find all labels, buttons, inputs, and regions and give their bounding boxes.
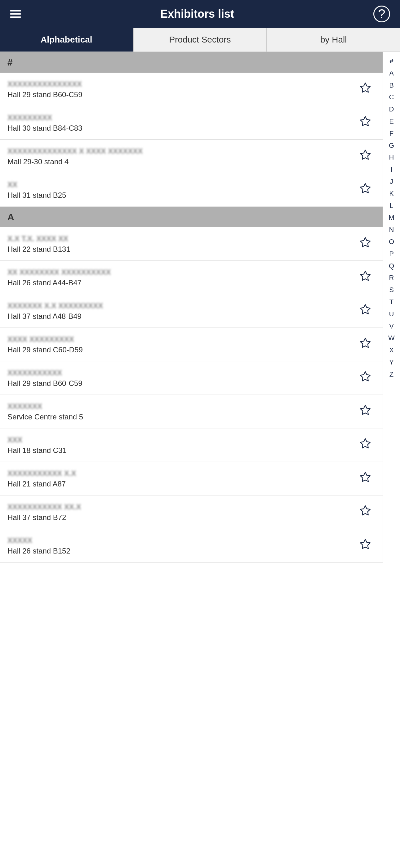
exhibitor-name: XX [7,180,351,189]
exhibitor-stand: Hall 31 stand B25 [7,191,351,199]
exhibitor-info: XXXXXXXService Centre stand 5 [7,402,351,421]
alpha-item-s[interactable]: S [389,284,394,296]
alpha-item-k[interactable]: K [389,188,394,200]
exhibitor-stand: Hall 18 stand C31 [7,446,351,455]
favorite-button[interactable] [355,113,375,133]
exhibitor-row[interactable]: XXXXXHall 26 stand B152 [0,529,382,562]
star-icon [358,270,373,284]
alpha-item-n[interactable]: N [389,224,394,236]
exhibitor-row[interactable]: XXXXXXXXXHall 30 stand B84-C83 [0,106,382,140]
exhibitor-stand: Hall 37 stand A48-B49 [7,312,351,321]
exhibitor-stand: Hall 29 stand C60-D59 [7,345,351,354]
exhibitor-row[interactable]: XXXXXXXXXXXXXX X XXXX XXXXXXXMall 29-30 … [0,140,382,173]
exhibitor-name: XXXXXXXXXXXXXX X XXXX XXXXXXX [7,147,351,156]
exhibitor-stand: Hall 29 stand B60-C59 [7,90,351,99]
exhibitor-row[interactable]: XXXXXXXXXXXHall 29 stand B60-C59 [0,361,382,395]
favorite-button[interactable] [355,234,375,254]
exhibitor-name: XXXXXXXXXXX X.X [7,469,351,478]
star-icon [358,437,373,452]
star-icon [358,115,373,130]
alpha-item-p[interactable]: P [389,248,394,260]
exhibitor-info: XXHall 31 stand B25 [7,180,351,199]
alpha-item-w[interactable]: W [388,332,395,344]
alpha-item-d[interactable]: D [389,103,394,116]
favorite-button[interactable] [355,435,375,456]
exhibitor-info: XXXXXXXXXHall 30 stand B84-C83 [7,113,351,132]
alpha-item-#[interactable]: # [390,55,393,67]
alpha-item-g[interactable]: G [389,140,394,152]
help-button[interactable]: ? [373,6,390,22]
exhibitor-name: XXXXXXXXXXXXXXX [7,80,351,89]
alpha-item-j[interactable]: J [390,176,393,188]
exhibitor-row[interactable]: XXXXXXXService Centre stand 5 [0,395,382,428]
exhibitor-row[interactable]: XXXX XXXXXXXXXHall 29 stand C60-D59 [0,328,382,361]
star-icon [358,182,373,197]
star-icon [358,538,373,553]
star-icon [358,337,373,351]
favorite-button[interactable] [355,401,375,422]
exhibitor-row[interactable]: XXXXXXX X.X XXXXXXXXXHall 37 stand A48-B… [0,294,382,328]
exhibitor-row[interactable]: XX XXXXXXXX XXXXXXXXXXHall 26 stand A44-… [0,261,382,294]
favorite-button[interactable] [355,368,375,389]
menu-button[interactable] [10,10,21,18]
favorite-button[interactable] [355,535,375,556]
tab-alphabetical[interactable]: Alphabetical [0,28,134,52]
exhibitor-stand: Mall 29-30 stand 4 [7,157,351,166]
exhibitor-row[interactable]: XXXXXXXXXXX X.XHall 21 stand A87 [0,462,382,495]
favorite-button[interactable] [355,79,375,100]
tab-product-sectors[interactable]: Product Sectors [134,28,267,52]
content-wrapper: #XXXXXXXXXXXXXXXHall 29 stand B60-C59 XX… [0,52,400,562]
favorite-button[interactable] [355,301,375,321]
alpha-item-x[interactable]: X [389,344,394,356]
star-icon [358,148,373,163]
alpha-item-u[interactable]: U [389,308,394,320]
exhibitor-stand: Hall 29 stand B60-C59 [7,379,351,388]
exhibitor-row[interactable]: XXXHall 18 stand C31 [0,428,382,462]
favorite-button[interactable] [355,267,375,288]
alpha-item-b[interactable]: B [389,80,394,92]
alpha-item-z[interactable]: Z [390,369,394,381]
exhibitor-info: XXXXXXX X.X XXXXXXXXXHall 37 stand A48-B… [7,302,351,321]
exhibitor-name: XXXXXXXXXXX XX.X [7,503,351,511]
alpha-item-v[interactable]: V [389,320,394,333]
exhibitor-row[interactable]: XXXXXXXXXXXXXXXHall 29 stand B60-C59 [0,73,382,106]
alphabet-sidebar: #ABCDEFGHIJKLMNOPQRSTUVWXYZ [382,52,400,562]
exhibitor-stand: Hall 21 stand A87 [7,479,351,488]
star-icon [358,504,373,519]
app-header: Exhibitors list ? [0,0,400,28]
page-title: Exhibitors list [21,7,373,21]
exhibitor-name: XX XXXXXXXX XXXXXXXXXX [7,268,351,277]
favorite-button[interactable] [355,146,375,167]
star-icon [358,404,373,418]
exhibitor-info: XXXXXHall 26 stand B152 [7,536,351,555]
exhibitor-row[interactable]: XXHall 31 stand B25 [0,173,382,207]
exhibitor-name: XXXXXXXXX [7,113,351,122]
alpha-item-f[interactable]: F [390,128,394,140]
favorite-button[interactable] [355,502,375,523]
section-header-a: A [0,207,382,227]
alpha-item-r[interactable]: R [389,272,394,284]
favorite-button[interactable] [355,468,375,489]
tab-by-hall[interactable]: by Hall [267,28,400,52]
alpha-item-q[interactable]: Q [389,260,394,272]
alpha-item-m[interactable]: M [389,212,394,224]
alpha-item-e[interactable]: E [389,116,394,128]
alpha-item-l[interactable]: L [390,200,393,212]
tab-bar: Alphabetical Product Sectors by Hall [0,28,400,52]
alpha-item-c[interactable]: C [389,91,394,103]
favorite-button[interactable] [355,334,375,355]
alpha-item-h[interactable]: H [389,152,394,164]
exhibitor-row[interactable]: X.X T.X. XXXX XXHall 22 stand B131 [0,227,382,261]
exhibitor-info: XXXXXXXXXXX XX.XHall 37 stand B72 [7,503,351,522]
alpha-item-i[interactable]: I [390,164,392,176]
exhibitor-row[interactable]: XXXXXXXXXXX XX.XHall 37 stand B72 [0,495,382,529]
exhibitor-info: XXXXXXXXXXXXXX X XXXX XXXXXXXMall 29-30 … [7,147,351,166]
alpha-item-y[interactable]: Y [389,356,394,369]
star-icon [358,303,373,318]
alpha-item-a[interactable]: A [389,67,394,80]
alpha-item-o[interactable]: O [389,236,394,248]
favorite-button[interactable] [355,180,375,200]
exhibitor-info: X.X T.X. XXXX XXHall 22 stand B131 [7,235,351,254]
exhibitor-info: XXXXXXXXXXXXXXXHall 29 stand B60-C59 [7,80,351,99]
alpha-item-t[interactable]: T [390,296,394,308]
